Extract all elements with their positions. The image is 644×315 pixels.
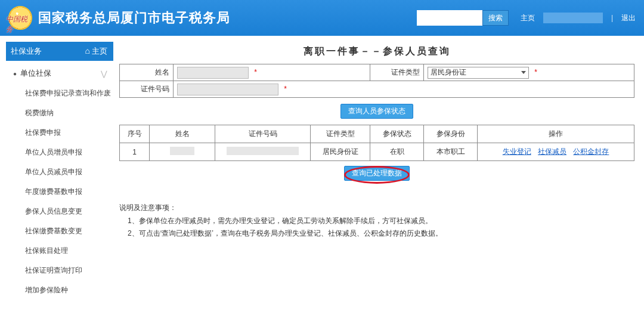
- sidebar: 社保业务 主页 ●单位社保 ⋁ 社保费申报记录查询和作废 税费缴纳 社保费申报 …: [0, 36, 113, 306]
- sidebar-item-7[interactable]: 社保缴费基数变更: [23, 221, 113, 241]
- required-mark: *: [254, 68, 257, 76]
- search-input[interactable]: [417, 10, 482, 26]
- sidebar-header: 社保业务 主页: [6, 42, 113, 61]
- cell-idtype: 居民身份证: [311, 143, 370, 161]
- cell-ops: 失业登记 社保减员 公积金封存: [478, 143, 634, 161]
- sidebar-module-label: 社保业务: [11, 46, 42, 57]
- sidebar-back-home[interactable]: 主页: [85, 46, 107, 57]
- th-status: 参保状态: [370, 125, 424, 143]
- sidebar-parent-label: 单位社保: [20, 69, 51, 78]
- sidebar-item-6[interactable]: 参保人员信息变更: [23, 202, 113, 221]
- home-link[interactable]: 主页: [521, 13, 535, 23]
- th-seq: 序号: [120, 125, 150, 143]
- sidebar-item-unit-shebao[interactable]: ●单位社保 ⋁: [6, 63, 113, 84]
- site-title: 国家税务总局厦门市电子税务局: [38, 9, 230, 27]
- chevron-down-icon: ⋁: [101, 69, 107, 78]
- masked-value: [170, 147, 194, 155]
- sidebar-item-2[interactable]: 社保费申报: [23, 123, 113, 143]
- cell-role: 本市职工: [424, 143, 478, 161]
- table-row: 1 居民身份证 在职 本市职工 失业登记 社保减员 公积金封存: [120, 143, 634, 161]
- cell-status: 在职: [370, 143, 424, 161]
- app-header: 中国税务 国家税务总局厦门市电子税务局 搜索 主页 | 退出: [0, 0, 644, 36]
- cell-name: [150, 143, 215, 161]
- search-button[interactable]: 搜索: [482, 10, 509, 26]
- required-mark: *: [534, 68, 537, 76]
- cell-seq: 1: [120, 143, 150, 161]
- required-mark: *: [284, 85, 287, 93]
- table-header-row: 序号 姓名 证件号码 证件类型 参保状态 参保身份 操作: [120, 125, 634, 143]
- notes-title: 说明及注意事项：: [119, 202, 634, 215]
- note-item-1: 1、参保单位在办理减员时，需先办理失业登记，确定员工劳动关系解除手续后，方可社保…: [128, 215, 634, 228]
- app-logo: 中国税务: [8, 6, 32, 30]
- sidebar-item-10[interactable]: 增加参保险种: [23, 280, 113, 300]
- id-type-label: 证件类型: [370, 64, 424, 81]
- page-title: 离职一件事－－参保人员查询: [119, 42, 634, 64]
- sidebar-item-8[interactable]: 社保账目处理: [23, 241, 113, 261]
- sidebar-item-4[interactable]: 单位人员减员申报: [23, 162, 113, 182]
- header-user-placeholder: [543, 13, 603, 23]
- notes-section: 说明及注意事项： 1、参保单位在办理减员时，需先办理失业登记，确定员工劳动关系解…: [119, 202, 634, 240]
- op-shebao-reduce[interactable]: 社保减员: [538, 147, 566, 156]
- id-no-label: 证件号码: [120, 81, 174, 98]
- query-form: 姓名 * 证件类型 居民身份证 * 证件号码 *: [119, 64, 634, 98]
- cell-idno: [215, 143, 311, 161]
- th-idno: 证件号码: [215, 125, 311, 143]
- sidebar-children: 社保费申报记录查询和作废 税费缴纳 社保费申报 单位人员增员申报 单位人员减员申…: [6, 84, 113, 300]
- op-unemployment-register[interactable]: 失业登记: [503, 147, 531, 156]
- bullet-icon: ●: [13, 70, 17, 77]
- th-ops: 操作: [478, 125, 634, 143]
- home-icon: [85, 47, 92, 55]
- logo-script: 中国税务: [6, 14, 31, 35]
- header-separator: |: [611, 14, 613, 22]
- sidebar-item-3[interactable]: 单位人员增员申报: [23, 143, 113, 162]
- th-idtype: 证件类型: [311, 125, 370, 143]
- sidebar-item-1[interactable]: 税费缴纳: [23, 103, 113, 123]
- masked-value: [227, 147, 299, 155]
- name-input[interactable]: [177, 67, 249, 79]
- sidebar-item-5[interactable]: 年度缴费基数申报: [23, 182, 113, 202]
- th-role: 参保身份: [424, 125, 478, 143]
- query-processed-button[interactable]: 查询已处理数据: [344, 166, 410, 181]
- name-label: 姓名: [120, 64, 174, 81]
- id-type-select[interactable]: 居民身份证: [428, 67, 529, 79]
- caret-down-icon: [521, 71, 526, 74]
- main-content: 离职一件事－－参保人员查询 姓名 * 证件类型 居民身份证 * 证件号: [113, 36, 644, 306]
- sidebar-item-9[interactable]: 社保证明查询打印: [23, 261, 113, 280]
- id-no-input[interactable]: [177, 84, 278, 95]
- th-name: 姓名: [150, 125, 215, 143]
- note-item-2: 2、可点击‘查询已处理数据’，查询在电子税务局办理失业登记、社保减员、公积金封存…: [128, 227, 634, 240]
- sidebar-item-0[interactable]: 社保费申报记录查询和作废: [23, 84, 113, 103]
- query-status-button[interactable]: 查询人员参保状态: [340, 104, 413, 119]
- exit-link[interactable]: 退出: [621, 13, 636, 23]
- op-gongjijin-seal[interactable]: 公积金封存: [573, 147, 609, 156]
- result-table: 序号 姓名 证件号码 证件类型 参保状态 参保身份 操作 1 居民身份证 在职 …: [119, 125, 634, 161]
- id-type-value: 居民身份证: [431, 67, 466, 78]
